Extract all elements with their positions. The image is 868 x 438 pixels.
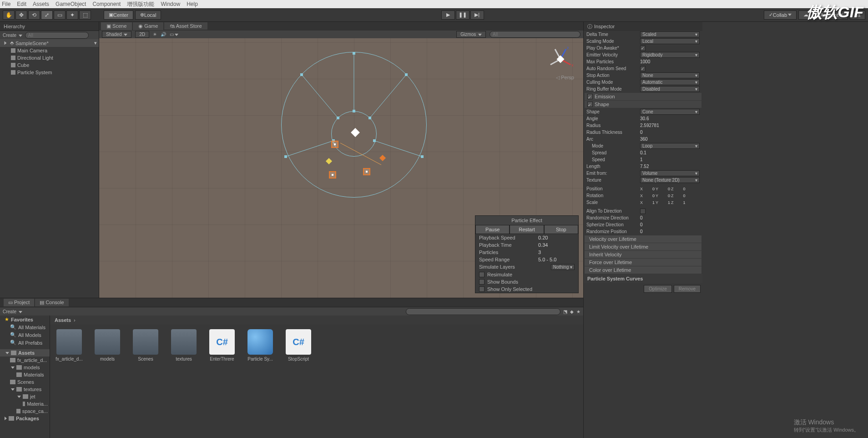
favorites-star-icon[interactable]: ★	[576, 309, 580, 314]
step-button[interactable]: ▶|	[470, 10, 484, 20]
menu-assets[interactable]: Assets	[33, 1, 49, 7]
optimize-button[interactable]: Optimize	[644, 285, 671, 293]
playback-time-row[interactable]: Playback Time0.34	[475, 241, 578, 249]
transform-tool[interactable]: ✦	[66, 10, 78, 20]
rect-tool[interactable]: ▭	[54, 10, 66, 20]
hierarchy-item-cube[interactable]: Cube	[0, 61, 99, 69]
asset-item[interactable]: models	[93, 329, 122, 362]
show-bounds-check[interactable]: Show Bounds	[475, 278, 578, 285]
inspector-tab[interactable]: Inspector	[594, 24, 615, 29]
inspector-module[interactable]: Inherit Velocity	[585, 251, 701, 258]
menu-window[interactable]: Window	[161, 1, 180, 7]
show-only-selected-check[interactable]: Show Only Selected	[475, 285, 578, 293]
scale-tool[interactable]: ⤢	[41, 10, 53, 20]
prop-dropdown[interactable]: Volume▾	[640, 170, 700, 176]
remove-button[interactable]: Remove	[674, 285, 701, 293]
menu-gameobject[interactable]: GameObject	[56, 1, 86, 7]
folder-models[interactable]: models	[0, 364, 50, 371]
prop-checkbox[interactable]	[640, 209, 646, 214]
menu-component[interactable]: Component	[92, 1, 121, 7]
draw-mode-dropdown[interactable]: Shaded	[102, 31, 131, 38]
hierarchy-item-particle[interactable]: Particle System	[0, 69, 99, 76]
folder-space[interactable]: space_ca...	[0, 407, 50, 415]
asset-item[interactable]: C# StopScript	[284, 329, 313, 362]
project-create-button[interactable]: Create	[3, 309, 22, 314]
fx-toggle[interactable]: ▭	[170, 32, 178, 37]
search-filter-icon[interactable]: ⬔	[563, 309, 567, 314]
shape-module[interactable]: Shape	[585, 101, 701, 108]
prop-value[interactable]: 0.1	[640, 150, 646, 155]
inspector-module[interactable]: Color over Lifetime	[585, 266, 701, 274]
play-button[interactable]: ▶	[441, 10, 455, 20]
prop-value[interactable]: 360	[640, 137, 648, 142]
inspector-module[interactable]: Force over Lifetime	[585, 259, 701, 266]
search-filter-icon2[interactable]: ◆	[570, 309, 574, 314]
fav-all-prefabs[interactable]: 🔍All Prefabs	[0, 339, 50, 346]
folder-materials[interactable]: Materials	[0, 371, 50, 378]
simulate-layers-row[interactable]: Simulate LayersNothing ▾	[475, 263, 578, 271]
asset-item[interactable]: Particle Sy...	[246, 329, 275, 362]
particle-pause-button[interactable]: Pause	[475, 225, 510, 234]
prop-dropdown[interactable]: Local▾	[640, 38, 700, 44]
tab-console[interactable]: ▤ Console	[35, 299, 68, 306]
persp-label[interactable]: ◁ Persp	[556, 75, 574, 81]
custom-tool[interactable]: ⬚	[79, 10, 91, 20]
prop-dropdown[interactable]: Disabled▾	[640, 86, 700, 92]
prop-checkbox[interactable]	[640, 46, 646, 51]
inspector-module[interactable]: Velocity over Lifetime	[585, 235, 701, 243]
tab-game[interactable]: ◉ Game	[133, 22, 163, 30]
prop-value[interactable]: 7.52	[640, 164, 649, 169]
pause-button[interactable]: ❚❚	[456, 10, 469, 20]
prop-dropdown[interactable]: Scaled▾	[640, 31, 700, 37]
scene-menu-icon[interactable]: ▾	[94, 40, 97, 46]
prop-dropdown[interactable]: Cone▾	[640, 109, 700, 115]
assets-folder[interactable]: Assets	[0, 349, 50, 357]
hierarchy-create-button[interactable]: Create	[3, 33, 22, 38]
particle-restart-button[interactable]: Restart	[510, 225, 544, 234]
prop-value[interactable]: 0	[640, 215, 643, 220]
inspector-module[interactable]: Limit Velocity over Lifetime	[585, 243, 701, 250]
prop-value[interactable]: 0	[640, 130, 643, 135]
tab-asset-store[interactable]: 🛍 Asset Store	[164, 22, 207, 30]
hierarchy-item-light[interactable]: Directional Light	[0, 54, 99, 61]
scene-viewport[interactable]: x z ◁ Persp Particle Effect Pause Restar…	[99, 38, 583, 298]
playback-speed-row[interactable]: Playback Speed0.20	[475, 234, 578, 241]
scene-search-input[interactable]	[490, 31, 580, 38]
prop-value[interactable]: 30.6	[640, 116, 649, 121]
pivot-rotation-button[interactable]: ⊕ Local	[135, 10, 161, 20]
collab-button[interactable]: ✓ Collab	[764, 10, 797, 20]
prop-checkbox[interactable]	[640, 66, 646, 71]
hierarchy-item-camera[interactable]: Main Camera	[0, 47, 99, 54]
tab-project[interactable]: ▭ Project	[4, 299, 34, 306]
gizmos-dropdown[interactable]: Gizmos	[456, 31, 486, 38]
prop-dropdown[interactable]: None▾	[640, 72, 700, 78]
move-tool[interactable]: ✥	[15, 10, 27, 20]
rotate-tool[interactable]: ⟲	[28, 10, 40, 20]
prop-dropdown[interactable]: Rigidbody▾	[640, 52, 700, 58]
prop-dropdown[interactable]: Loop▾	[640, 143, 700, 149]
curves-header[interactable]: Particle System Curves	[584, 274, 702, 283]
menu-edit[interactable]: Edit	[17, 1, 26, 7]
hand-tool[interactable]: ✋	[3, 10, 15, 20]
mode-2d-toggle[interactable]: 2D	[135, 31, 149, 38]
folder-jet[interactable]: jet	[0, 393, 50, 400]
hierarchy-search-input[interactable]	[25, 32, 89, 39]
menu-enhanced[interactable]: 增强版功能	[127, 0, 154, 8]
asset-item[interactable]: textures	[169, 329, 198, 362]
asset-item[interactable]: fx_article_d...	[55, 329, 84, 362]
prop-dropdown[interactable]: Automatic▾	[640, 79, 700, 85]
breadcrumb-assets[interactable]: Assets	[55, 317, 71, 323]
prop-dropdown[interactable]: None (Texture 2D)▾	[640, 177, 700, 183]
emission-module[interactable]: Emission	[585, 93, 701, 100]
resimulate-check[interactable]: Resimulate	[475, 271, 578, 278]
audio-toggle[interactable]: 🔊	[161, 32, 166, 37]
folder-materia[interactable]: Materia...	[0, 400, 50, 407]
tab-scene[interactable]: ▣ Scene	[101, 22, 132, 30]
hierarchy-tab[interactable]: Hierarchy	[4, 24, 25, 29]
prop-value[interactable]: 0	[640, 222, 643, 227]
prop-value[interactable]: 0	[640, 229, 643, 234]
prop-value[interactable]: 1000	[640, 59, 650, 64]
prop-value[interactable]: 2.592781	[640, 123, 659, 128]
menu-file[interactable]: File	[2, 1, 10, 7]
pivot-mode-button[interactable]: ▣ Center	[104, 10, 133, 20]
